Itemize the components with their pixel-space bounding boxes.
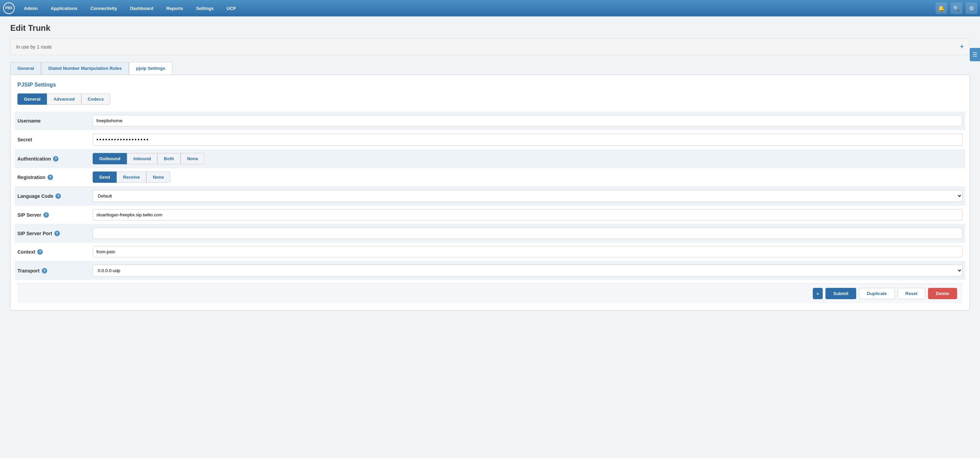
username-label: Username: [18, 118, 93, 124]
pjsip-section-title: PJSIP Settings: [18, 82, 963, 88]
context-input[interactable]: [93, 246, 963, 257]
registration-btn-group: Send Receive None: [93, 171, 963, 183]
sip-server-port-input[interactable]: [93, 228, 963, 239]
context-help-icon[interactable]: ?: [37, 249, 43, 255]
transport-control: 0.0.0.0-udp: [93, 265, 963, 276]
authentication-control: Outbound Inbound Both None: [93, 153, 963, 164]
tab-dnmr[interactable]: Dialed Number Manipulation Rules: [41, 62, 129, 75]
sip-server-port-control: [93, 228, 963, 239]
expand-button[interactable]: +: [960, 43, 964, 51]
authentication-btn-group: Outbound Inbound Both None: [93, 153, 963, 164]
nav-item-reports[interactable]: Reports: [160, 4, 189, 13]
auth-none-btn[interactable]: None: [181, 153, 205, 164]
search-button[interactable]: 🔍: [951, 2, 962, 14]
logo-icon: PBX: [3, 2, 15, 14]
transport-row: Transport ? 0.0.0.0-udp: [15, 261, 965, 280]
secret-control: [93, 134, 963, 146]
nav-item-admin[interactable]: Admin: [18, 4, 44, 13]
nav-item-applications[interactable]: Applications: [45, 4, 83, 13]
chevron-button[interactable]: »: [813, 288, 823, 299]
svg-text:PBX: PBX: [5, 6, 13, 10]
nav-item-settings[interactable]: Settings: [190, 4, 220, 13]
duplicate-button[interactable]: Duplicate: [859, 288, 895, 299]
settings-button[interactable]: ⚙: [966, 2, 977, 14]
registration-label: Registration ?: [18, 175, 93, 180]
reg-receive-btn[interactable]: Receive: [116, 171, 146, 183]
nav-items: Admin Applications Connectivity Dashboar…: [18, 4, 935, 13]
transport-help-icon[interactable]: ?: [42, 268, 47, 273]
registration-row: Registration ? Send Receive None: [15, 168, 965, 187]
subtab-advanced[interactable]: Advanced: [47, 93, 81, 105]
submit-button[interactable]: Submit: [826, 288, 856, 299]
context-row: Context ?: [15, 243, 965, 261]
subtab-codecs[interactable]: Codecs: [81, 93, 110, 105]
authentication-help-icon[interactable]: ?: [53, 156, 59, 161]
sip-server-port-row: SIP Server Port ?: [15, 224, 965, 243]
secret-row: Secret: [15, 130, 965, 150]
language-code-control: Default: [93, 190, 963, 202]
tab-general[interactable]: General: [10, 62, 41, 75]
delete-button[interactable]: Delete: [928, 288, 957, 299]
context-control: [93, 246, 963, 257]
transport-label: Transport ?: [18, 268, 93, 273]
sip-server-row: SIP Server ?: [15, 206, 965, 224]
registration-control: Send Receive None: [93, 171, 963, 183]
form-fields: Username Secret Authentication ?: [18, 112, 963, 280]
info-bar: In use by 1 route +: [10, 38, 970, 55]
info-bar-text: In use by 1 route: [16, 44, 52, 49]
action-bar: » Submit Duplicate Reset Delete: [18, 283, 963, 303]
registration-help-icon[interactable]: ?: [48, 175, 53, 180]
sip-server-port-label: SIP Server Port ?: [18, 231, 93, 236]
auth-both-btn[interactable]: Both: [157, 153, 181, 164]
sip-server-control: [93, 209, 963, 220]
language-code-help-icon[interactable]: ?: [56, 193, 61, 199]
main-tabs: General Dialed Number Manipulation Rules…: [10, 62, 970, 75]
pjsip-sub-tabs: General Advanced Codecs: [18, 93, 963, 105]
reg-send-btn[interactable]: Send: [93, 171, 116, 183]
username-row: Username: [15, 112, 965, 130]
authentication-label: Authentication ?: [18, 156, 93, 161]
secret-input[interactable]: [93, 134, 963, 146]
tab-pjsip[interactable]: pjsip Settings: [129, 62, 172, 75]
transport-select[interactable]: 0.0.0.0-udp: [93, 265, 963, 276]
nav-item-dashboard[interactable]: Dashboard: [124, 4, 159, 13]
reset-button[interactable]: Reset: [897, 288, 925, 299]
sidebar-panel-button[interactable]: ☰: [970, 48, 980, 61]
nav-icon-area: 🔔 🔍 ⚙: [935, 2, 977, 14]
sip-server-input[interactable]: [93, 209, 963, 220]
page-title: Edit Trunk: [10, 23, 970, 33]
notifications-button[interactable]: 🔔: [935, 2, 947, 14]
page-content: Edit Trunk In use by 1 route + General D…: [0, 16, 980, 317]
top-navigation: PBX Admin Applications Connectivity Dash…: [0, 0, 980, 16]
username-control: [93, 115, 963, 126]
auth-inbound-btn[interactable]: Inbound: [127, 153, 157, 164]
nav-item-ucp[interactable]: UCP: [221, 4, 242, 13]
sip-server-help-icon[interactable]: ?: [43, 212, 49, 218]
sip-server-label: SIP Server ?: [18, 212, 93, 218]
authentication-row: Authentication ? Outbound Inbound Both N…: [15, 150, 965, 168]
nav-item-connectivity[interactable]: Connectivity: [84, 4, 123, 13]
language-code-row: Language Code ? Default: [15, 187, 965, 206]
secret-label: Secret: [18, 137, 93, 142]
subtab-general[interactable]: General: [18, 93, 47, 105]
pjsip-settings-panel: PJSIP Settings General Advanced Codecs U…: [10, 75, 970, 310]
language-code-label: Language Code ?: [18, 193, 93, 199]
reg-none-btn[interactable]: None: [146, 171, 171, 183]
auth-outbound-btn[interactable]: Outbound: [93, 153, 127, 164]
language-code-select[interactable]: Default: [93, 190, 963, 202]
context-label: Context ?: [18, 249, 93, 255]
sip-server-port-help-icon[interactable]: ?: [54, 231, 60, 236]
username-input[interactable]: [93, 115, 963, 126]
